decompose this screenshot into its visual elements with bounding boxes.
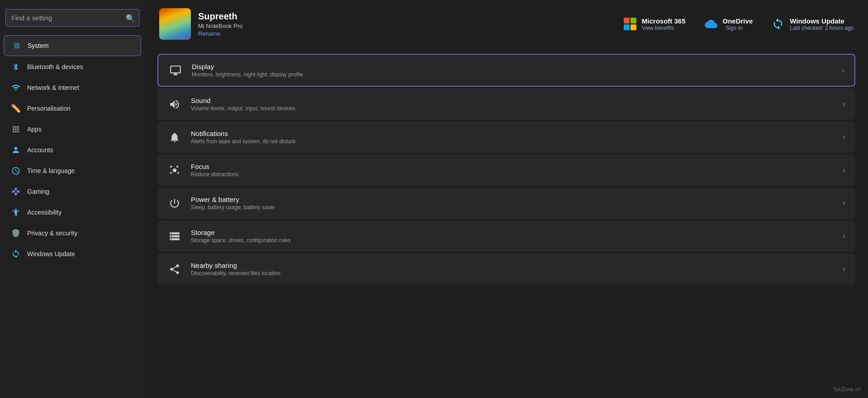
search-icon: 🔍 [126, 14, 135, 22]
ms365-subtitle: View benefits [642, 25, 686, 31]
top-bar: Supreeth Mi NoteBook Pro Rename [145, 0, 868, 48]
onedrive-title: OneDrive [723, 17, 753, 25]
setting-nearby[interactable]: Nearby sharing Discoverability, received… [157, 253, 855, 285]
display-text: Display Monitors, brightness, night ligh… [192, 63, 833, 78]
sound-title: Sound [191, 97, 834, 104]
sound-subtitle: Volume levels, output, input, sound devi… [191, 105, 834, 112]
setting-display[interactable]: Display Monitors, brightness, night ligh… [157, 54, 855, 87]
top-actions: Microsoft 365 View benefits OneDrive · S… [623, 17, 854, 31]
display-chevron: › [842, 66, 844, 75]
user-section: Supreeth Mi NoteBook Pro Rename [159, 8, 242, 40]
setting-power[interactable]: Power & battery Sleep, battery usage, ba… [157, 187, 855, 219]
accounts-icon [11, 145, 21, 155]
onedrive-text: OneDrive · Sign In [723, 17, 753, 31]
storage-text: Storage Storage space, drives, configura… [191, 229, 834, 243]
sidebar-label-accessibility: Accessibility [27, 209, 62, 216]
setting-focus[interactable]: Focus Reduce distractions › [157, 155, 855, 186]
sidebar-label-accounts: Accounts [27, 146, 53, 154]
sound-chevron: › [843, 99, 845, 109]
notifications-icon [167, 130, 182, 145]
power-text: Power & battery Sleep, battery usage, ba… [191, 196, 834, 211]
sidebar-label-apps: Apps [27, 126, 42, 133]
sidebar-item-time[interactable]: Time & language [4, 161, 141, 181]
accessibility-icon [11, 207, 21, 217]
focus-subtitle: Reduce distractions [191, 171, 834, 178]
sidebar-label-privacy: Privacy & security [27, 229, 77, 237]
power-icon [167, 196, 182, 211]
ms365-action[interactable]: Microsoft 365 View benefits [623, 17, 686, 31]
power-title: Power & battery [191, 196, 834, 203]
storage-title: Storage [191, 229, 834, 236]
sidebar-item-accessibility[interactable]: Accessibility [4, 202, 141, 222]
sidebar-item-personalisation[interactable]: ✏️ Personalisation [4, 98, 141, 118]
sound-icon [167, 97, 182, 112]
sidebar-item-accounts[interactable]: Accounts [4, 140, 141, 160]
sidebar-item-bluetooth[interactable]: Bluetooth & devices [4, 57, 141, 77]
nearby-chevron: › [843, 264, 845, 274]
display-subtitle: Monitors, brightness, night light, displ… [192, 71, 833, 78]
sidebar-label-network: Network & internet [27, 84, 79, 91]
avatar [159, 8, 191, 40]
user-info: Supreeth Mi NoteBook Pro Rename [198, 11, 242, 37]
focus-title: Focus [191, 163, 834, 170]
power-chevron: › [843, 198, 845, 208]
onedrive-subtitle: · Sign In [723, 25, 753, 31]
user-device: Mi NoteBook Pro [198, 23, 242, 29]
sidebar-item-network[interactable]: Network & internet [4, 78, 141, 98]
display-icon [168, 63, 183, 78]
notifications-chevron: › [843, 132, 845, 142]
focus-chevron: › [843, 165, 845, 175]
winupdate-topbar-subtitle: Last checked: 2 hours ago [790, 25, 854, 31]
sidebar-item-gaming[interactable]: Gaming [4, 182, 141, 201]
personalisation-icon: ✏️ [11, 103, 21, 113]
sound-text: Sound Volume levels, output, input, soun… [191, 97, 834, 112]
winupdate-topbar-title: Windows Update [790, 17, 854, 25]
sidebar-item-apps[interactable]: Apps [4, 119, 141, 139]
user-name: Supreeth [198, 11, 242, 22]
focus-icon [167, 163, 182, 178]
sidebar-label-gaming: Gaming [27, 188, 49, 195]
winupdate-action[interactable]: Windows Update Last checked: 2 hours ago [771, 17, 854, 31]
wifi-icon [11, 83, 21, 93]
sidebar: 🔍 🖥 System Bluetooth & devices Network & [0, 0, 145, 398]
nearby-title: Nearby sharing [191, 262, 834, 269]
time-icon [11, 166, 21, 176]
nearby-text: Nearby sharing Discoverability, received… [191, 262, 834, 276]
sidebar-label-time: Time & language [27, 167, 75, 174]
sidebar-item-winupdate[interactable]: Windows Update [4, 244, 141, 264]
ms365-title: Microsoft 365 [642, 17, 686, 25]
nearby-subtitle: Discoverability, received files location [191, 270, 834, 276]
bluetooth-icon [11, 62, 21, 72]
focus-text: Focus Reduce distractions [191, 163, 834, 178]
notifications-text: Notifications Alerts from apps and syste… [191, 130, 834, 145]
settings-list: Display Monitors, brightness, night ligh… [145, 48, 868, 292]
winupdate-topbar-icon [771, 17, 785, 31]
apps-icon [11, 124, 21, 134]
display-title: Display [192, 63, 833, 70]
power-subtitle: Sleep, battery usage, battery saver [191, 204, 834, 211]
setting-storage[interactable]: Storage Storage space, drives, configura… [157, 220, 855, 252]
onedrive-icon [704, 17, 718, 31]
app-container: 🔍 🖥 System Bluetooth & devices Network & [0, 0, 868, 398]
sidebar-label-personalisation: Personalisation [27, 105, 71, 112]
storage-subtitle: Storage space, drives, configuration rul… [191, 237, 834, 243]
onedrive-action[interactable]: OneDrive · Sign In [704, 17, 753, 31]
sidebar-item-system[interactable]: 🖥 System [4, 35, 141, 56]
notifications-subtitle: Alerts from apps and system, do not dist… [191, 138, 834, 145]
watermark: TekZone.vn [833, 386, 861, 393]
setting-notifications[interactable]: Notifications Alerts from apps and syste… [157, 122, 855, 153]
winupdate-icon [11, 249, 21, 259]
search-input[interactable] [5, 9, 139, 27]
setting-sound[interactable]: Sound Volume levels, output, input, soun… [157, 89, 855, 120]
system-icon: 🖥 [11, 41, 21, 51]
ms365-text: Microsoft 365 View benefits [642, 17, 686, 31]
sidebar-item-privacy[interactable]: Privacy & security [4, 223, 141, 243]
notifications-title: Notifications [191, 130, 834, 137]
winupdate-text: Windows Update Last checked: 2 hours ago [790, 17, 854, 31]
search-container: 🔍 [5, 9, 139, 27]
sidebar-label-system: System [28, 42, 49, 49]
sidebar-label-winupdate: Windows Update [27, 250, 75, 258]
storage-icon [167, 229, 182, 243]
rename-link[interactable]: Rename [198, 30, 242, 37]
storage-chevron: › [843, 231, 845, 241]
